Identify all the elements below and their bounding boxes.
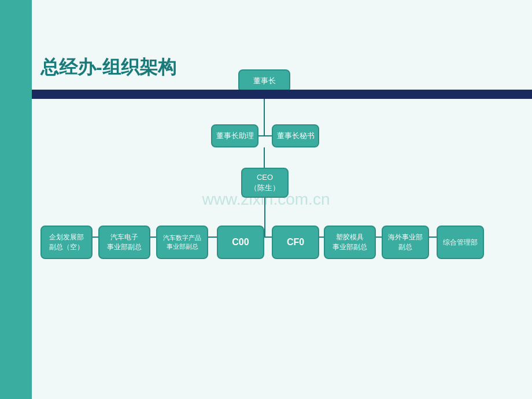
org-chart: 董事长助理 董事长秘书 CEO （陈生） 企划发展部副总（空） 汽车电子事业部副…	[32, 90, 532, 399]
secretary-label: 董事长秘书	[277, 131, 315, 141]
left-sidebar	[0, 0, 32, 399]
chairman-label: 董事长	[253, 76, 276, 86]
secretary-node: 董事长秘书	[272, 124, 319, 147]
cfo-node: CF0	[272, 226, 319, 259]
b3-label: 汽车数字产品事业部副总	[163, 234, 201, 252]
ceo-node: CEO （陈生）	[241, 168, 289, 198]
header-bar	[32, 90, 532, 99]
b7-label: 海外事业部副总	[388, 232, 423, 252]
b6-node: 塑胶模具事业部副总	[324, 226, 376, 259]
b7-node: 海外事业部副总	[382, 226, 429, 259]
coo-node: C00	[217, 226, 264, 259]
b8-node: 综合管理部	[437, 226, 484, 259]
page-title: 总经办-组织架构	[40, 55, 176, 80]
coo-label: C00	[232, 236, 249, 249]
b2-node: 汽车电子事业部副总	[98, 226, 150, 259]
b1-node: 企划发展部副总（空）	[40, 226, 93, 259]
ceo-label: CEO （陈生）	[250, 172, 280, 193]
b3-node: 汽车数字产品事业部副总	[156, 226, 208, 259]
chairman-node: 董事长	[238, 69, 290, 93]
assistant-node: 董事长助理	[211, 124, 258, 147]
b1-label: 企划发展部副总（空）	[49, 232, 84, 252]
cfo-label: CF0	[287, 236, 304, 249]
b2-label: 汽车电子事业部副总	[107, 232, 142, 252]
assistant-label: 董事长助理	[216, 131, 254, 141]
b6-label: 塑胶模具事业部副总	[332, 232, 367, 252]
b8-label: 综合管理部	[443, 238, 478, 247]
